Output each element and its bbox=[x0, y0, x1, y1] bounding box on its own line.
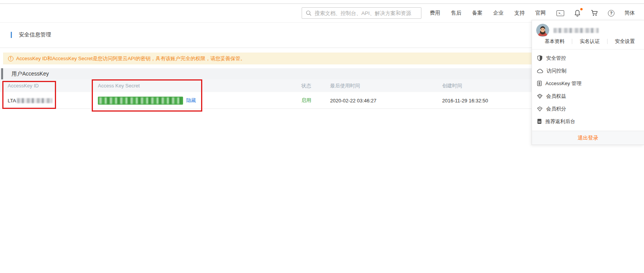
nav-item-support[interactable]: 支持 bbox=[514, 10, 525, 16]
cart-button[interactable] bbox=[591, 10, 598, 16]
shield-icon bbox=[537, 55, 543, 61]
warning-icon: ! bbox=[8, 56, 13, 61]
title-accent-bar bbox=[11, 32, 12, 38]
search-icon bbox=[306, 10, 312, 16]
section-accent-bar bbox=[1, 68, 3, 79]
notifications-button[interactable] bbox=[574, 10, 581, 16]
divider bbox=[572, 39, 572, 44]
points-icon bbox=[537, 106, 543, 112]
nav-item-aftersale[interactable]: 售后 bbox=[451, 10, 461, 16]
last-used-time: 2020-02-22 03:46:27 bbox=[330, 92, 376, 109]
avatar-image bbox=[536, 24, 549, 37]
cart-icon bbox=[591, 10, 598, 16]
security-settings-link[interactable]: 安全设置 bbox=[615, 38, 635, 45]
divider bbox=[607, 39, 608, 44]
menu-item-member-points[interactable]: 会员积分 bbox=[532, 102, 644, 115]
username-redacted-blur bbox=[553, 28, 599, 33]
page-title: 安全信息管理 bbox=[11, 31, 51, 38]
annotation-box-accesskey-secret bbox=[92, 79, 202, 112]
rebate-icon bbox=[537, 118, 542, 124]
accesskey-icon bbox=[537, 81, 542, 86]
search-input[interactable] bbox=[315, 10, 417, 16]
section-title: 用户AccessKey bbox=[12, 71, 49, 77]
help-icon: ? bbox=[608, 10, 614, 16]
menu-item-security-control[interactable]: 安全管控 bbox=[532, 52, 644, 64]
col-header-status: 状态 bbox=[301, 79, 311, 92]
nav-item-enterprise[interactable]: 企业 bbox=[493, 10, 504, 16]
dropdown-profile-header: 基本资料 实名认证 安全设置 bbox=[532, 20, 644, 49]
dropdown-footer: 退出登录 bbox=[532, 131, 644, 145]
logout-button[interactable]: 退出登录 bbox=[578, 135, 598, 141]
warning-text: AccessKey ID和AccessKey Secret是您访问阿里云API的… bbox=[16, 55, 245, 62]
terminal-icon: >_ bbox=[556, 10, 564, 16]
nav-item-billing[interactable]: 费用 bbox=[430, 10, 440, 16]
annotation-box-accesskey-id bbox=[2, 81, 56, 109]
col-header-last-used: 最后使用时间 bbox=[330, 79, 360, 92]
user-avatar-large bbox=[536, 24, 549, 37]
menu-item-referral-rebate[interactable]: 推荐返利后台 bbox=[532, 115, 644, 128]
dropdown-menu: 安全管控 访问控制 AccessKey 管理 bbox=[532, 52, 644, 128]
realname-verification-link[interactable]: 实名认证 bbox=[580, 38, 600, 45]
profile-basic-info-link[interactable]: 基本资料 bbox=[545, 38, 565, 45]
nav-item-icp[interactable]: 备案 bbox=[472, 10, 482, 16]
console-terminal-button[interactable]: >_ bbox=[556, 10, 564, 16]
menu-item-member-benefits[interactable]: 会员权益 bbox=[532, 90, 644, 102]
notification-dot bbox=[580, 8, 583, 10]
status-badge: 启用 bbox=[301, 92, 311, 109]
nav-item-website[interactable]: 官网 bbox=[535, 10, 546, 16]
diamond-icon bbox=[537, 94, 543, 99]
created-time: 2016-11-29 16:32:50 bbox=[442, 92, 488, 109]
aliyun-console-screen: 费用 售后 备案 企业 支持 官网 >_ bbox=[0, 0, 644, 273]
menu-item-accesskey-management[interactable]: AccessKey 管理 bbox=[532, 77, 644, 90]
global-search[interactable] bbox=[302, 7, 421, 19]
col-header-created: 创建时间 bbox=[442, 79, 462, 92]
language-switcher[interactable]: 简体 bbox=[624, 10, 635, 16]
bell-icon bbox=[574, 10, 581, 16]
menu-item-ram-access-control[interactable]: 访问控制 bbox=[532, 64, 644, 77]
cloud-icon bbox=[537, 68, 543, 74]
page-title-text: 安全信息管理 bbox=[19, 31, 51, 38]
help-button[interactable]: ? bbox=[608, 10, 614, 16]
account-dropdown-panel: 基本资料 实名认证 安全设置 安全管控 访问控制 bbox=[532, 20, 644, 145]
